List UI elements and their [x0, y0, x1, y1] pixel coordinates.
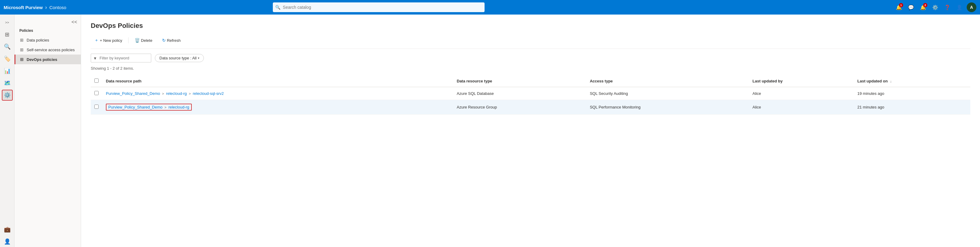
row1-path-prefix: Purview_Policy_Shared_Demo — [106, 91, 160, 96]
refresh-button[interactable]: ↻ Refresh — [159, 36, 185, 45]
app-body: >> ⊞ 🔍 🏷️ 📊 🗺️ ⚙️ 💼 👤 << Policies ⊞ Data… — [0, 14, 980, 247]
data-policies-icon: ⊞ — [19, 38, 24, 42]
sidebar-icon-home[interactable]: ⊞ — [2, 29, 13, 40]
row1-path-end: relecloud-sql-srv2 — [192, 91, 224, 96]
table-header-row: Data resource path Data resource type Ac… — [91, 75, 970, 87]
icon-sidebar: >> ⊞ 🔍 🏷️ 📊 🗺️ ⚙️ 💼 👤 — [0, 14, 14, 247]
row1-chevron1: > — [162, 92, 164, 95]
table-body: Purview_Policy_Shared_Demo > relecloud-r… — [91, 87, 970, 115]
sidebar-item-data-policies[interactable]: ⊞ Data policies — [14, 35, 81, 45]
th-data-resource-path-label: Data resource path — [106, 79, 142, 83]
row1-updated-on: 19 minutes ago — [854, 87, 970, 100]
row1-checkbox-cell[interactable] — [91, 87, 102, 100]
toolbar: ＋ + New policy 🗑️ Delete ↻ Refresh — [91, 36, 970, 49]
tenant-name: Contoso — [49, 5, 66, 10]
th-data-resource-path[interactable]: Data resource path — [102, 75, 453, 87]
select-all-header[interactable] — [91, 75, 102, 87]
row2-checkbox[interactable] — [94, 104, 99, 109]
new-policy-button[interactable]: ＋ + New policy — [91, 36, 126, 45]
self-service-policies-icon: ⊞ — [19, 47, 24, 52]
datasource-type-label: Data source type : All — [159, 56, 197, 60]
row2-chevron1: > — [165, 106, 166, 109]
table-row: Purview_Policy_Shared_Demo > relecloud-r… — [91, 100, 970, 115]
sidebar-icon-policies[interactable]: ⚙️ — [2, 90, 13, 101]
sidebar-item-devops-policies[interactable]: ⊞ DevOps policies — [14, 55, 81, 64]
row1-checkbox[interactable] — [94, 91, 99, 95]
row2-updated-on: 21 minutes ago — [854, 100, 970, 115]
th-last-updated-by[interactable]: Last updated by — [749, 75, 854, 87]
datasource-type-filter[interactable]: Data source type : All ▾ — [155, 54, 204, 62]
sidebar-icon-insights[interactable]: 📊 — [2, 66, 13, 76]
devops-policies-icon: ⊞ — [19, 57, 24, 62]
row1-access-type: SQL Security Auditing — [586, 87, 749, 100]
sidebar-icon-management[interactable]: 💼 — [2, 224, 13, 235]
row2-path-cell: Purview_Policy_Shared_Demo > relecloud-r… — [102, 100, 453, 115]
row2-updated-by: Alice — [749, 100, 854, 115]
row2-path-box: Purview_Policy_Shared_Demo > relecloud-r… — [106, 104, 192, 111]
sidebar-icon-help[interactable]: 👤 — [2, 236, 13, 247]
th-last-updated-on[interactable]: Last updated on ↓ — [854, 75, 970, 87]
filter-icon: ▼ — [93, 56, 97, 60]
sidebar-icon-catalog[interactable]: 🔍 — [2, 41, 13, 52]
sort-icon: ↓ — [890, 79, 892, 83]
th-data-resource-type[interactable]: Data resource type — [453, 75, 586, 87]
data-table: Data resource path Data resource type Ac… — [91, 75, 970, 115]
delete-button[interactable]: 🗑️ Delete — [131, 36, 156, 45]
filter-keyword-input[interactable] — [91, 54, 151, 63]
notification2-button[interactable]: 🔔 2 — [918, 2, 928, 12]
row1-updated-by: Alice — [749, 87, 854, 100]
filter-input-wrap: ▼ — [91, 54, 151, 63]
chat-button[interactable]: 💬 — [906, 2, 916, 12]
datasource-filter-chevron: ▾ — [198, 56, 199, 60]
row1-path-middle: relecloud-rg — [166, 91, 187, 96]
th-access-type-label: Access type — [590, 79, 613, 83]
row2-access-type: SQL Performance Monitoring — [586, 100, 749, 115]
filter-row: ▼ Data source type : All ▾ — [91, 54, 970, 63]
th-access-type[interactable]: Access type — [586, 75, 749, 87]
expand-sidebar-button[interactable]: >> — [2, 17, 13, 28]
delete-icon: 🗑️ — [135, 38, 140, 43]
toolbar-separator — [128, 37, 129, 43]
settings-button[interactable]: ⚙️ — [931, 2, 940, 12]
row2-path-prefix: Purview_Policy_Shared_Demo — [108, 105, 162, 109]
select-all-checkbox[interactable] — [94, 79, 99, 83]
product-name: Microsoft Purview — [4, 5, 43, 10]
help-button[interactable]: ❓ — [942, 2, 952, 12]
row2-checkbox-cell[interactable] — [91, 100, 102, 115]
row1-resource-type: Azure SQL Database — [453, 87, 586, 100]
avatar-button[interactable]: A — [967, 2, 976, 12]
sidebar-icon-glossary[interactable]: 🏷️ — [2, 53, 13, 64]
feedback-button[interactable]: 👤 — [955, 2, 964, 12]
nav-sidebar: << Policies ⊞ Data policies ⊞ Self-servi… — [14, 14, 81, 247]
new-policy-icon: ＋ — [94, 38, 99, 43]
search-icon: 🔍 — [275, 5, 280, 10]
table-head: Data resource path Data resource type Ac… — [91, 75, 970, 87]
new-policy-label: + New policy — [100, 38, 122, 43]
th-last-updated-by-label: Last updated by — [752, 79, 783, 83]
refresh-icon: ↻ — [162, 38, 166, 43]
search-bar-container: 🔍 — [273, 2, 485, 12]
collapse-sidebar-button[interactable]: << — [72, 19, 77, 25]
main-content: DevOps Policies ＋ + New policy 🗑️ Delete… — [81, 14, 980, 247]
sidebar-item-data-policies-label: Data policies — [27, 38, 49, 42]
nav-section-label: Policies — [14, 27, 81, 35]
brand: Microsoft Purview › Contoso — [4, 4, 66, 11]
sidebar-icon-map[interactable]: 🗺️ — [2, 78, 13, 88]
notification1-badge: 1 — [899, 3, 903, 7]
row1-path-cell: Purview_Policy_Shared_Demo > relecloud-r… — [102, 87, 453, 100]
row1-chevron2: > — [189, 92, 191, 95]
row2-path-link[interactable]: Purview_Policy_Shared_Demo > relecloud-r… — [108, 105, 189, 109]
row2-resource-type: Azure Resource Group — [453, 100, 586, 115]
page-title: DevOps Policies — [91, 22, 970, 30]
sidebar-collapse-area: << — [14, 19, 81, 27]
nav-actions: 🔔 1 💬 🔔 2 ⚙️ ❓ 👤 A — [894, 2, 976, 12]
row1-path-link[interactable]: Purview_Policy_Shared_Demo > relecloud-r… — [106, 91, 224, 96]
refresh-label: Refresh — [167, 38, 181, 43]
top-nav: Microsoft Purview › Contoso 🔍 🔔 1 💬 🔔 2 … — [0, 0, 980, 14]
brand-separator: › — [45, 4, 47, 11]
sidebar-item-devops-label: DevOps policies — [27, 57, 57, 62]
row2-path-end: relecloud-rg — [169, 105, 189, 109]
search-input[interactable] — [273, 2, 485, 12]
notification1-button[interactable]: 🔔 1 — [894, 2, 904, 12]
sidebar-item-self-service-policies[interactable]: ⊞ Self-service access policies — [14, 45, 81, 55]
